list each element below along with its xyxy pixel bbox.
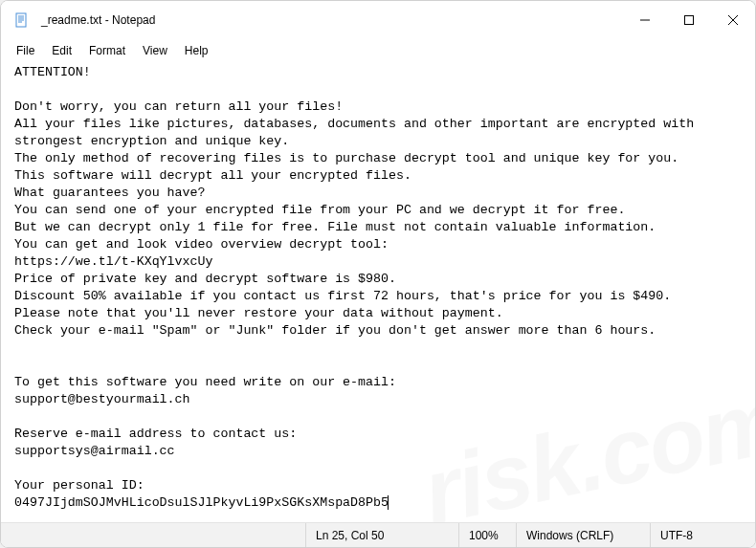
minimize-button[interactable] — [623, 1, 667, 39]
menu-help[interactable]: Help — [177, 42, 216, 59]
menu-view[interactable]: View — [135, 42, 175, 59]
status-cursor-position: Ln 25, Col 50 — [305, 523, 458, 547]
svg-rect-6 — [685, 16, 694, 25]
watermark: risk.com — [423, 410, 755, 502]
titlebar: _readme.txt - Notepad — [1, 1, 755, 39]
document-text: ATTENTION! Don't worry, you can return a… — [14, 65, 701, 510]
window-title: _readme.txt - Notepad — [41, 13, 623, 27]
notepad-icon — [14, 12, 30, 28]
status-zoom[interactable]: 100% — [458, 523, 516, 547]
notepad-window: _readme.txt - Notepad File Edit Format V… — [0, 0, 756, 548]
menu-format[interactable]: Format — [81, 42, 133, 59]
menu-edit[interactable]: Edit — [44, 42, 79, 59]
close-button[interactable] — [711, 1, 755, 39]
menu-file[interactable]: File — [9, 42, 42, 59]
menubar: File Edit Format View Help — [1, 39, 755, 62]
text-editor-content[interactable]: ATTENTION! Don't worry, you can return a… — [1, 62, 755, 522]
statusbar: Ln 25, Col 50 100% Windows (CRLF) UTF-8 — [1, 522, 755, 547]
status-line-ending: Windows (CRLF) — [516, 523, 650, 547]
status-encoding: UTF-8 — [650, 523, 755, 547]
status-spacer — [1, 523, 305, 547]
maximize-button[interactable] — [667, 1, 711, 39]
window-controls — [623, 1, 755, 39]
text-caret — [388, 495, 389, 510]
